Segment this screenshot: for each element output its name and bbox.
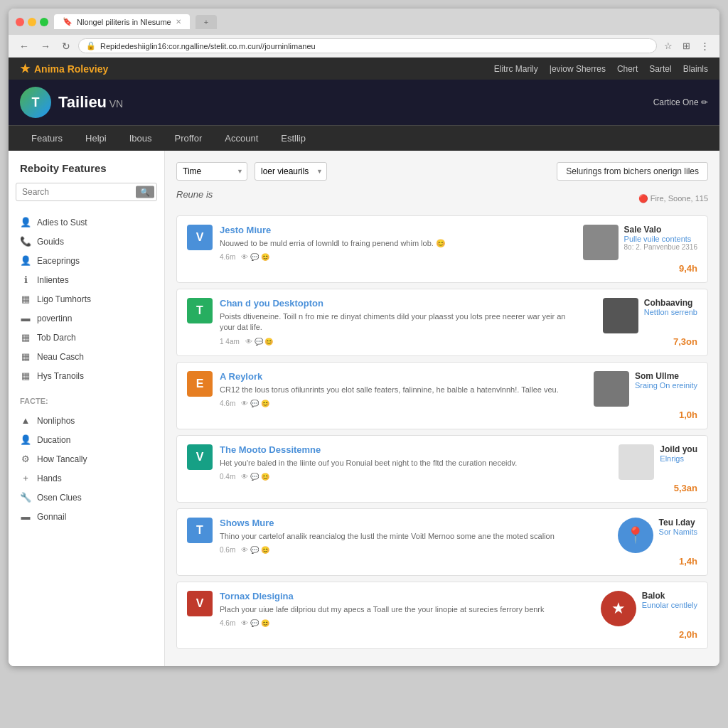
post-user-sub-0[interactable]: Pulle vuile contents	[624, 235, 697, 243]
user-info: Cartice One ✏	[653, 97, 708, 107]
post-user-sub-1[interactable]: Nettlon serrenb	[644, 308, 697, 316]
main-nav: Featurs Helpi Ibous Proffor Account Estl…	[9, 125, 719, 151]
post-excerpt-3: Het you're baled in the liinte ouf you R…	[220, 458, 577, 469]
post-user-sub-4[interactable]: Sor Namits	[659, 528, 697, 536]
top-nav-link-1[interactable]: |eviow Sherres	[550, 64, 606, 74]
post-title-2[interactable]: A Reylork	[220, 371, 577, 382]
sidebar-label-5: povertinn	[37, 314, 72, 323]
post-user-name-0: Sale Valo	[624, 225, 697, 235]
post-right-inner-5: ★ Balok Eunolar centlely	[601, 591, 697, 626]
nav-item-4[interactable]: Account	[213, 126, 269, 151]
address-bar[interactable]: 🔒 Repidedeshiiglin16:cor.ngalline/stelit…	[78, 38, 657, 53]
sidebar-item-6[interactable]: ▦ Tob Darch	[9, 328, 164, 347]
top-nav-link-4[interactable]: Blainls	[683, 64, 708, 74]
post-item-5: V Tornax Dlesigina Plach your uiue lafe …	[176, 582, 708, 649]
sidebar-item-8[interactable]: ▦ Hys Tranoils	[9, 366, 164, 385]
post-icons-1: 👁 💬 😊	[245, 338, 274, 346]
maximize-dot[interactable]	[40, 18, 48, 26]
top-nav-link-0[interactable]: Elitrc Marily	[494, 64, 538, 74]
sidebar-label-4: Ligo Tumhorts	[37, 294, 91, 304]
post-title-3[interactable]: The Mooto Dessitemne	[220, 444, 577, 455]
minimize-dot[interactable]	[28, 18, 36, 26]
nav-item-1[interactable]: Helpi	[74, 126, 118, 151]
nav-item-5[interactable]: Estllip	[269, 126, 317, 151]
post-item-3: V The Mooto Dessitemne Het you're baled …	[176, 435, 708, 503]
filter-bar: Time loer vieaurils Selurings from biche…	[176, 162, 708, 181]
post-time-1: 1 4am	[220, 338, 240, 346]
post-avatar-letter-2: E	[196, 378, 204, 390]
sidebar-s2-icon-3: +	[20, 473, 31, 483]
sidebar-item-4[interactable]: ▦ Ligo Tumhorts	[9, 289, 164, 309]
top-nav-link-3[interactable]: Sartel	[649, 64, 671, 74]
post-user-sub-2[interactable]: Sraing On ereinity	[635, 381, 697, 390]
sidebar-item-s2-0[interactable]: ▲ Nonliphos	[9, 411, 164, 430]
search-button[interactable]: 🔍	[136, 186, 154, 198]
post-right-inner-2: Som Ullme Sraing On ereinity	[594, 371, 697, 407]
settings-filter-button[interactable]: Selurings from bichers onerign liles	[557, 162, 708, 181]
top-nav-link-2[interactable]: Chert	[617, 64, 638, 74]
view-filter[interactable]: loer vieaurils	[255, 162, 327, 181]
post-user-sub-3[interactable]: Elnrigs	[660, 454, 697, 463]
post-title-0[interactable]: Jesto Miure	[220, 225, 576, 235]
sidebar-label-0: Adies to Sust	[37, 218, 87, 228]
post-title-5[interactable]: Tornax Dlesigina	[220, 591, 577, 601]
tab-close-button[interactable]: ✕	[176, 18, 181, 26]
post-time-2: 4.6m	[220, 400, 235, 407]
sidebar-item-s2-2[interactable]: ⚙ How Tancally	[9, 449, 164, 469]
post-user-sub-5[interactable]: Eunolar centlely	[642, 601, 697, 609]
sidebar-s2-icon-1: 👤	[20, 434, 31, 445]
post-icons-5: 👁 💬 😊	[241, 619, 269, 627]
nav-item-3[interactable]: Proffor	[164, 126, 214, 151]
browser-titlebar: 🔖 Nlongel piliteris in Nlesume ✕ +	[9, 9, 719, 35]
refresh-button[interactable]: ↻	[58, 39, 74, 53]
post-title-1[interactable]: Chan d you Desktopton	[220, 298, 577, 309]
sidebar-item-s2-4[interactable]: 🔧 Osen Clues	[9, 488, 164, 507]
sidebar-item-5[interactable]: ▬ povertinn	[9, 309, 164, 328]
inactive-tab[interactable]: +	[196, 15, 217, 29]
content-header: Reune is 🔴 Fire, Soone, 115	[176, 189, 708, 208]
sidebar-item-s2-3[interactable]: + Hands	[9, 469, 164, 488]
post-title-4[interactable]: Shows Mure	[220, 518, 577, 528]
sidebar-label-1: Gouids	[37, 237, 64, 247]
post-score-2: 1,0h	[679, 410, 697, 420]
forward-button[interactable]: →	[37, 39, 54, 53]
window-controls	[16, 18, 48, 26]
sidebar-s2-icon-0: ▲	[20, 415, 31, 426]
post-score-0: 9,4h	[679, 263, 697, 274]
view-filter-wrapper: loer vieaurils	[255, 162, 327, 181]
sidebar-item-7[interactable]: ▦ Neau Casch	[9, 347, 164, 366]
sidebar-item-1[interactable]: 📞 Gouids	[9, 232, 164, 251]
post-right-inner-3: Joild you Elnrigs	[619, 444, 697, 480]
nav-item-0[interactable]: Featurs	[20, 126, 74, 151]
time-filter[interactable]: Time	[176, 162, 247, 181]
logo-image: T	[20, 87, 51, 118]
sidebar-icon-2: 👤	[20, 255, 31, 266]
sidebar-item-0[interactable]: 👤 Adies to Sust	[9, 213, 164, 232]
nav-item-2[interactable]: Ibous	[118, 126, 164, 151]
sidebar-search-area: 🔍	[9, 183, 164, 210]
sidebar-item-3[interactable]: ℹ Inlientes	[9, 270, 164, 289]
sidebar-s2-icon-5: ▬	[20, 511, 31, 522]
post-right-2: Som Ullme Sraing On ereinity 1,0h	[584, 371, 697, 420]
sidebar-label-8: Hys Tranoils	[37, 371, 84, 381]
active-tab[interactable]: 🔖 Nlongel piliteris in Nlesume ✕	[54, 14, 190, 29]
content-meta: 🔴 Fire, Soone, 115	[638, 194, 708, 203]
post-user-info-1: Cohbaaving Nettlon serrenb	[644, 298, 697, 316]
post-user-date-0: 8o: 2. Panvenbue 2316	[624, 243, 697, 251]
bookmark-icon[interactable]: ⊞	[680, 39, 693, 53]
sidebar-item-s2-1[interactable]: 👤 Ducation	[9, 430, 164, 449]
sidebar-item-s2-5[interactable]: ▬ Gonnail	[9, 507, 164, 526]
post-user-avatar-2	[594, 371, 629, 407]
address-text: Repidedeshiiglin16:cor.ngalline/stelit.c…	[100, 42, 316, 50]
post-right-inner-1: Cohbaaving Nettlon serrenb	[603, 298, 697, 333]
post-meta-1: 1 4am 👁 💬 😊	[220, 338, 577, 346]
star-icon[interactable]: ☆	[661, 39, 675, 53]
post-user-avatar-0	[583, 225, 619, 260]
more-icon[interactable]: ⋮	[697, 39, 712, 53]
post-time-3: 0.4m	[220, 473, 235, 481]
sidebar-item-2[interactable]: 👤 Eaceprings	[9, 251, 164, 270]
close-dot[interactable]	[16, 18, 24, 26]
sidebar-section-2-label: facte:	[9, 391, 164, 408]
back-button[interactable]: ←	[16, 39, 33, 53]
sidebar-icon-8: ▦	[20, 370, 31, 381]
